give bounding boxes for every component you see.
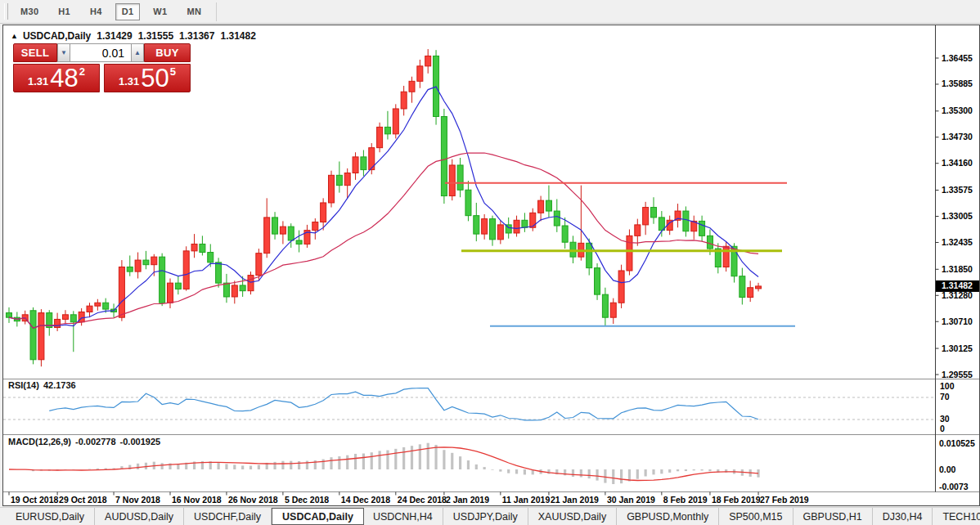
- date-axis-label: 14 Dec 2018: [341, 495, 390, 505]
- tab-usdchf-daily[interactable]: USDCHF,Daily: [184, 508, 272, 525]
- chart-canvas[interactable]: 1.364551.358851.353001.347301.341601.335…: [3, 25, 979, 505]
- date-axis-label: 5 Dec 2018: [285, 495, 329, 505]
- toolbar-grip-icon[interactable]: [4, 3, 8, 20]
- rsi-axis-label: 0: [940, 424, 945, 433]
- macd-histogram: [9, 443, 758, 484]
- macd-pane-title: MACD(12,26,9)-0.002778-0.001925: [8, 437, 160, 446]
- date-axis-label: 27 Feb 2019: [760, 495, 809, 505]
- date-axis-label: 2 Jan 2019: [446, 495, 489, 505]
- chart-tabs-bar: EURUSD,DailyAUDUSD,DailyUSDCHF,DailyUSDC…: [0, 507, 980, 525]
- date-axis-label: 29 Oct 2018: [59, 495, 107, 505]
- chart-window: ▲ USDCAD,Daily 1.31429 1.31555 1.31367 1…: [2, 25, 980, 506]
- date-axis-label: 18 Feb 2019: [712, 495, 761, 505]
- rsi-pane-title: RSI(14)42.1736: [8, 380, 76, 390]
- tab-usdcnh-h4[interactable]: USDCNH,H4: [363, 508, 443, 525]
- price-axis-label: 1.35300: [942, 105, 973, 115]
- price-axis-label: 1.29555: [942, 370, 973, 379]
- date-axis-label: 11 Jan 2019: [502, 495, 551, 505]
- macd-axis-label: -0.0073: [939, 482, 969, 491]
- candlesticks: [7, 49, 762, 366]
- price-axis-label: 1.33005: [942, 211, 973, 221]
- timeframe-button-w1[interactable]: W1: [146, 3, 173, 20]
- timeframe-button-d1[interactable]: D1: [115, 3, 141, 20]
- macd-axis-label: 0.010525: [939, 438, 975, 448]
- price-axis-label: 1.35885: [942, 79, 973, 88]
- price-axis-label: 1.32435: [942, 237, 973, 247]
- macd-axis-label: 0.00: [939, 464, 956, 474]
- price-axis-label: 1.33575: [942, 185, 973, 195]
- price-axis-label: 1.36455: [942, 53, 973, 63]
- timeframe-button-h1[interactable]: H1: [52, 3, 77, 20]
- tab-dj30-h4[interactable]: DJ30,H4: [873, 508, 933, 525]
- date-axis-label: 24 Dec 2018: [398, 495, 447, 505]
- date-axis-label: 21 Jan 2019: [551, 495, 599, 505]
- timeframe-button-m30[interactable]: M30: [14, 3, 45, 20]
- date-axis-label: 26 Nov 2018: [228, 495, 278, 505]
- tab-xauusd-daily[interactable]: XAUUSD,Daily: [528, 508, 617, 525]
- tab-tech100-h1[interactable]: TECH100,H1: [933, 508, 980, 525]
- tab-sp500-m15[interactable]: SP500,M15: [719, 508, 793, 525]
- date-axis-label: 7 Nov 2018: [115, 495, 160, 505]
- tab-usdjpy-daily[interactable]: USDJPY,Daily: [443, 508, 528, 525]
- tab-audusd-daily[interactable]: AUDUSD,Daily: [95, 508, 184, 525]
- tab-usdcad-daily[interactable]: USDCAD,Daily: [272, 508, 364, 525]
- rsi-axis-label: 100: [940, 381, 955, 391]
- timeframe-button-mn[interactable]: MN: [180, 3, 208, 20]
- toolbar-divider: [216, 2, 217, 21]
- date-axis-label: 30 Jan 2019: [607, 495, 655, 505]
- price-axis-label: 1.34160: [942, 158, 973, 168]
- rsi-axis-label: 30: [940, 414, 950, 424]
- price-axis-label: 1.34730: [942, 132, 973, 141]
- date-axis-label: 19 Oct 2018: [11, 495, 59, 505]
- rsi-axis-label: 70: [940, 392, 950, 402]
- tab-gbpusd-monthly[interactable]: GBPUSD,Monthly: [617, 508, 719, 525]
- price-axis-label: 1.31850: [942, 264, 973, 274]
- rsi-line: [49, 388, 758, 420]
- date-axis-label: 16 Nov 2018: [172, 495, 222, 505]
- timeframe-button-h4[interactable]: H4: [83, 3, 109, 20]
- price-axis-label: 1.30125: [942, 343, 973, 353]
- price-axis-label: 1.30710: [942, 316, 973, 326]
- current-price-badge-label: 1.31482: [942, 280, 973, 290]
- tab-gbpusd-h1[interactable]: GBPUSD,H1: [793, 508, 873, 525]
- date-axis-label: 8 Feb 2019: [663, 495, 708, 505]
- tab-eurusd-daily[interactable]: EURUSD,Daily: [6, 508, 95, 525]
- timeframe-toolbar: M30H1H4D1W1MN: [0, 0, 980, 24]
